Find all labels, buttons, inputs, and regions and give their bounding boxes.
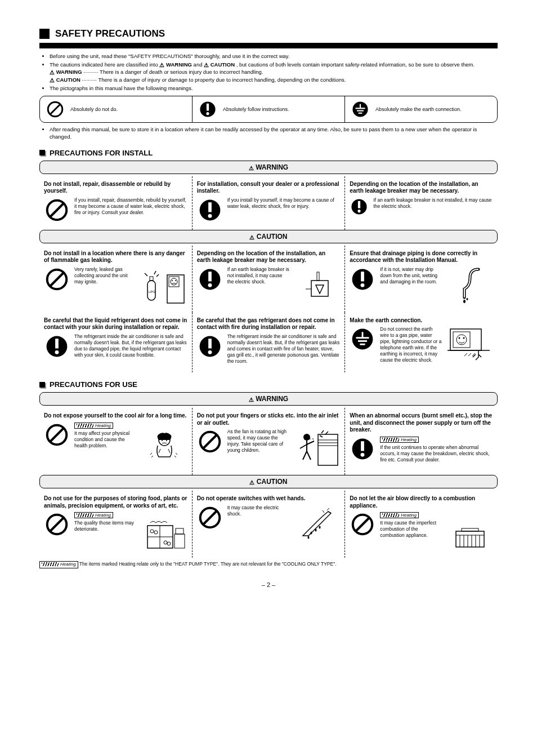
install-c6: Make the earth connection. Do not connec… [344,313,498,373]
wet-hand-illustration [294,505,340,544]
install-warning-bar: ⚠ WARNING [39,161,498,174]
install-c5-title: Be careful that the gas refrigerant does… [197,317,341,331]
warning-inline-2: ⚠ WARNING [50,69,82,77]
svg-point-37 [463,300,466,303]
install-c2-title: Depending on the location of the install… [197,250,341,264]
svg-point-4 [206,112,209,115]
use-subsection-header: PRECAUTIONS FOR USE [39,380,498,389]
install-c5: Be careful that the gas refrigerant does… [192,313,345,373]
use-w2-title: Do not put your fingers or sticks etc. i… [197,412,341,426]
svg-point-71 [361,453,365,457]
use-w2: Do not put your fingers or sticks etc. i… [192,408,345,475]
earth-illustration [447,326,493,366]
svg-text:LPG: LPG [149,290,155,293]
svg-point-41 [55,350,59,354]
use-warning-grid: Do not expose yourself to the cool air f… [39,408,498,475]
use-c2: Do not operate switches with wet hands. … [192,491,345,558]
svg-rect-27 [150,277,153,281]
svg-rect-16 [358,201,360,208]
install-title: PRECAUTIONS FOR INSTALL [50,149,153,157]
install-c2-text: If an earth leakage breaker is not insta… [227,266,290,285]
cold-person-illustration [141,422,187,461]
use-c1-text: The quality those items may deteriorate. [74,520,137,532]
page-number: – 2 – [39,581,498,588]
install-c4-text: The refrigerant inside the air condition… [74,333,187,358]
use-w1-text: It may affect your physical condition an… [74,430,137,449]
svg-point-24 [175,280,176,281]
use-c2-text: It may cause the electric shock. [227,505,290,517]
intro-bullet-2: The cautions indicated here are classifi… [50,61,498,85]
install-w1: Do not install, repair, disassemble or r… [39,176,192,230]
picto-text-3: Absolutely make the earth connection. [375,106,462,113]
svg-line-73 [51,518,64,531]
svg-rect-43 [208,339,212,348]
pictograph-legend: Absolutely do not do. Absolutely follow … [39,96,498,123]
use-caution-bar: ⚠ CAUTION [39,475,498,488]
install-w2-text: If you install by yourself, it may becom… [227,197,341,210]
svg-point-85 [311,531,312,534]
install-c6-title: Make the earth connection. [350,317,493,324]
install-c5-text: The refrigerant inside the air condition… [227,333,341,364]
svg-rect-81 [174,534,185,548]
svg-point-88 [319,526,321,528]
warning-inline: ⚠ WARNING [159,61,192,69]
mandatory-icon [197,197,223,223]
install-caution-label: CAUTION [257,233,288,241]
svg-point-36 [361,283,365,287]
use-warning-bar: ⚠ WARNING [39,392,498,406]
svg-point-14 [208,214,212,218]
install-c1-text: Very rarely, leaked gas collecting aroun… [74,266,137,285]
install-w3-title: Depending on the location of the install… [350,181,493,195]
intro-block-2: After reading this manual, be sure to st… [39,126,498,141]
earth-icon [351,100,370,119]
svg-point-53 [459,337,460,339]
caution-inline-label-2: CAUTION [56,77,80,83]
svg-point-60 [166,440,167,441]
svg-rect-29 [208,272,212,281]
use-c3-text: It may cause the imperfect combustion of… [380,520,442,539]
picto-cell-prohibit: Absolutely do not do. [40,96,192,122]
install-caution-grid-2: Be careful that the liquid refrigerant d… [39,313,498,373]
heating-note: Heating The items marked Heating relate … [39,561,498,570]
heating-badge: Heating [74,423,113,429]
install-c3: Ensure that drainage piping is done corr… [344,246,498,313]
storage-illustration [141,512,187,551]
finger-outlet-illustration: × × [294,429,340,468]
heating-badge-2: Heating [380,437,419,443]
svg-point-78 [154,531,158,534]
mandatory-icon [198,100,217,119]
install-c1-title: Do not install in a location where there… [44,250,187,264]
svg-line-19 [51,273,64,286]
svg-rect-13 [208,202,212,212]
svg-point-54 [463,337,465,339]
use-w3-text: If the unit continues to operate when ab… [380,444,493,463]
thick-rule [39,43,498,48]
svg-rect-70 [361,441,364,451]
install-warning-grid: Do not install, repair, disassemble or r… [39,176,498,230]
svg-line-57 [51,428,64,441]
svg-rect-40 [55,339,59,348]
svg-point-22 [171,278,177,285]
use-c1-title: Do not use for the purposes of storing f… [44,495,187,509]
svg-point-23 [172,280,173,281]
use-c3-title: Do not let the air blow directly to a co… [350,495,493,509]
intro-b2-c: , but cautions of both levels contain im… [236,61,475,68]
svg-rect-3 [207,104,209,111]
svg-point-86 [315,528,317,531]
section-header: SAFETY PRECAUTIONS [39,28,498,39]
caution-triangle-icon-4: ⚠ [249,479,254,486]
warning-triangle-icon-2: ⚠ [50,69,55,75]
caution-desc: There is a danger of injury or damage to… [98,77,346,83]
svg-rect-35 [361,272,364,281]
sub-marker-2 [39,382,45,388]
picto-cell-earth: Absolutely make the earth connection. [344,96,497,122]
intro-bullet-3: The pictographs in this manual have the … [50,85,498,92]
use-w1: Do not expose yourself to the cool air f… [39,408,192,475]
mandatory-icon [197,333,223,359]
svg-point-38 [467,298,468,300]
intro-b2-a: The cautions indicated here are classifi… [50,61,159,68]
use-c1: Do not use for the purposes of storing f… [39,491,192,558]
prohibit-icon [46,100,65,119]
combustion-illustration [447,512,493,551]
caution-triangle-icon-2: ⚠ [50,77,55,83]
